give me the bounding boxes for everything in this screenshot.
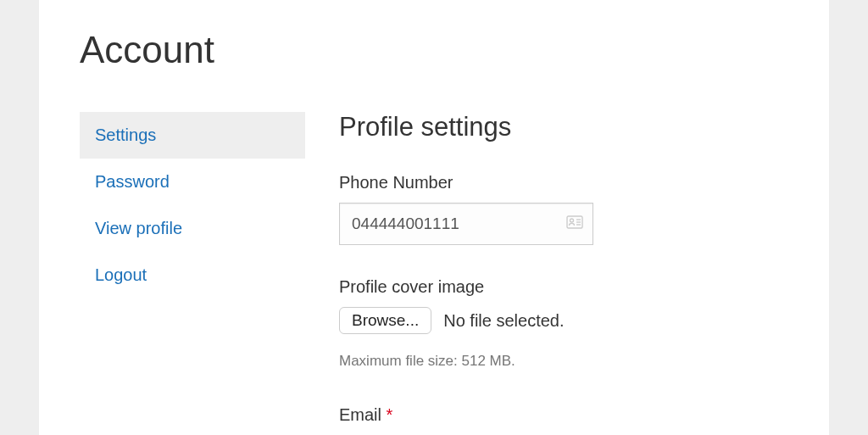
sidebar-item-logout[interactable]: Logout (80, 252, 305, 298)
sidebar-item-label: Logout (95, 265, 147, 284)
required-indicator: * (387, 405, 393, 424)
layout-columns: Settings Password View profile Logout Pr… (80, 112, 788, 435)
cover-image-label: Profile cover image (339, 277, 788, 297)
email-label: Email * (339, 405, 788, 425)
page-title: Account (80, 29, 788, 71)
phone-input-wrap (339, 203, 593, 245)
account-sidebar: Settings Password View profile Logout (80, 112, 305, 298)
phone-label: Phone Number (339, 173, 788, 192)
file-status-text: No file selected. (443, 311, 564, 331)
browse-button[interactable]: Browse... (339, 307, 431, 334)
email-label-text: Email (339, 405, 381, 424)
sidebar-item-label: View profile (95, 219, 182, 237)
profile-settings-panel: Profile settings Phone Number Profile co… (339, 112, 788, 435)
phone-input[interactable] (339, 203, 593, 245)
sidebar-item-label: Settings (95, 125, 156, 144)
section-title: Profile settings (339, 112, 788, 142)
sidebar-item-settings[interactable]: Settings (80, 112, 305, 159)
cover-image-file-row: Browse... No file selected. (339, 307, 788, 334)
sidebar-item-password[interactable]: Password (80, 159, 305, 205)
sidebar-item-view-profile[interactable]: View profile (80, 205, 305, 252)
sidebar-item-label: Password (95, 172, 170, 191)
account-page: Account Settings Password View profile L… (39, 0, 829, 435)
file-help-text: Maximum file size: 512 MB. (339, 353, 788, 370)
